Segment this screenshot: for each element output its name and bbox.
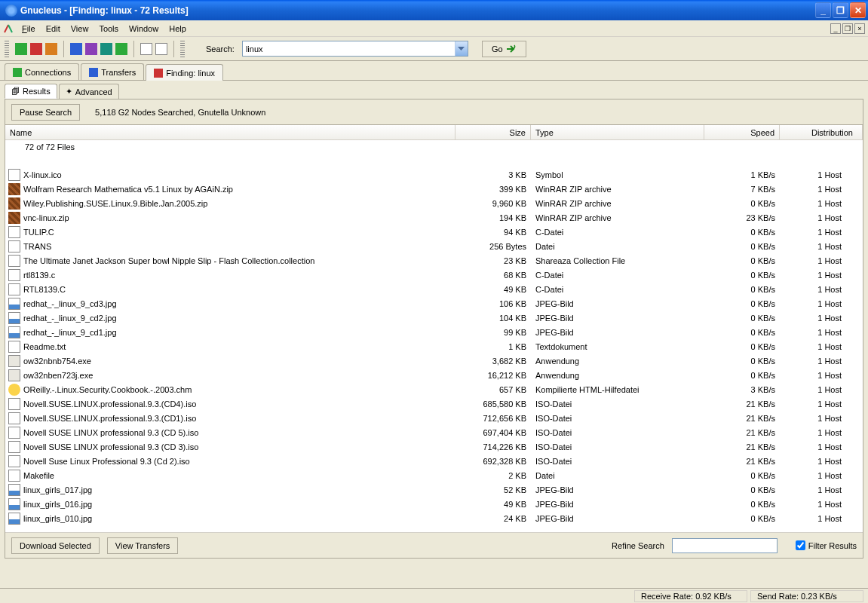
tab-finding[interactable]: Finding: linux bbox=[146, 64, 223, 81]
column-distribution[interactable]: Distribution bbox=[780, 125, 863, 139]
file-speed: 7 KB/s bbox=[704, 185, 780, 194]
advanced-icon: ✦ bbox=[66, 87, 72, 96]
file-name: Novell.SUSE.LINUX.professional.9.3.(CD1)… bbox=[23, 414, 455, 423]
menu-tools[interactable]: Tools bbox=[94, 23, 124, 35]
tab-finding-label: Finding: linux bbox=[166, 69, 215, 78]
file-row[interactable]: redhat_-_linux_9_cd1.jpg99 KBJPEG-Bild0 … bbox=[5, 325, 863, 339]
file-type: C-Datei bbox=[531, 285, 704, 294]
file-name: ow32nbnb754.exe bbox=[23, 357, 455, 366]
file-row[interactable]: redhat_-_linux_9_cd2.jpg104 KBJPEG-Bild0… bbox=[5, 311, 863, 325]
file-row[interactable]: ow32nbnb754.exe3,682 KBAnwendung0 KB/s1 … bbox=[5, 354, 863, 368]
column-type[interactable]: Type bbox=[531, 125, 704, 139]
toolbar-handle-2[interactable] bbox=[180, 41, 185, 57]
file-row[interactable]: Novell.SUSE.LINUX.professional.9.3.(CD4)… bbox=[5, 396, 863, 411]
search-input[interactable] bbox=[243, 41, 455, 56]
minimize-button[interactable]: _ bbox=[815, 2, 831, 18]
search-dropdown-button[interactable] bbox=[455, 41, 468, 56]
toolbar-icon-1[interactable] bbox=[15, 43, 27, 55]
menu-file[interactable]: File bbox=[17, 23, 41, 35]
file-row[interactable]: TULIP.C94 KBC-Datei0 KB/s1 Host bbox=[5, 225, 863, 239]
column-name[interactable]: Name bbox=[5, 125, 455, 139]
file-distribution: 1 Host bbox=[780, 213, 863, 222]
file-name: The Ultimate Janet Jackson Super bowl Ni… bbox=[23, 256, 455, 265]
results-icon: 🗐 bbox=[11, 87, 20, 96]
results-list[interactable]: Name Size Type Speed Distribution 72 of … bbox=[5, 125, 863, 532]
file-distribution: 1 Host bbox=[780, 170, 863, 179]
column-size[interactable]: Size bbox=[455, 125, 531, 139]
file-row[interactable]: Readme.txt1 KBTextdokument0 KB/s1 Host bbox=[5, 339, 863, 354]
close-button[interactable]: ✕ bbox=[850, 2, 866, 18]
file-row[interactable]: linux_girls_017.jpg52 KBJPEG-Bild0 KB/s1… bbox=[5, 482, 863, 497]
file-row[interactable]: vnc-linux.zip194 KBWinRAR ZIP archive23 … bbox=[5, 210, 863, 225]
file-row[interactable]: rtl8139.c68 KBC-Datei0 KB/s1 Host bbox=[5, 268, 863, 282]
pause-search-button[interactable]: Pause Search bbox=[11, 104, 80, 121]
view-transfers-button[interactable]: View Transfers bbox=[107, 537, 179, 554]
download-selected-button[interactable]: Download Selected bbox=[11, 537, 100, 554]
file-distribution: 1 Host bbox=[780, 228, 863, 237]
filter-results-input[interactable] bbox=[796, 540, 805, 550]
app-icon bbox=[5, 5, 17, 17]
toolbar-icon-2[interactable] bbox=[30, 43, 42, 55]
file-row[interactable]: Makefile2 KBDatei0 KB/s1 Host bbox=[5, 468, 863, 482]
go-button[interactable]: Go bbox=[482, 41, 526, 57]
menu-help[interactable]: Help bbox=[164, 23, 192, 35]
toolbar-handle[interactable] bbox=[5, 41, 9, 57]
toolbar-icon-7[interactable] bbox=[115, 43, 127, 55]
file-row[interactable]: The Ultimate Janet Jackson Super bowl Ni… bbox=[5, 253, 863, 268]
file-row[interactable]: linux_girls_016.jpg49 KBJPEG-Bild0 KB/s1… bbox=[5, 497, 863, 511]
toolbar-icon-8[interactable] bbox=[140, 43, 152, 55]
filter-results-checkbox[interactable]: Filter Results bbox=[796, 540, 857, 550]
tab-connections[interactable]: Connections bbox=[5, 63, 79, 80]
toolbar-separator bbox=[63, 41, 64, 57]
file-icon bbox=[8, 240, 20, 253]
file-name: Novell SUSE LINUX professional 9.3 (CD 5… bbox=[23, 428, 455, 437]
toolbar-icon-5[interactable] bbox=[85, 43, 97, 55]
file-row[interactable]: Novell Suse Linux Professional 9.3 (Cd 2… bbox=[5, 454, 863, 468]
mdi-restore-button[interactable]: ❐ bbox=[842, 23, 853, 34]
file-icon bbox=[8, 412, 20, 424]
file-row[interactable]: RTL8139.C49 KBC-Datei0 KB/s1 Host bbox=[5, 282, 863, 296]
file-row[interactable]: X-linux.ico3 KBSymbol1 KB/s1 Host bbox=[5, 167, 863, 182]
menu-view[interactable]: View bbox=[66, 23, 94, 35]
file-row[interactable]: linux_girls_010.jpg24 KBJPEG-Bild0 KB/s1… bbox=[5, 511, 863, 525]
svg-marker-2 bbox=[458, 47, 465, 51]
file-name: linux_girls_017.jpg bbox=[23, 485, 455, 494]
subtab-results[interactable]: 🗐 Results bbox=[5, 84, 57, 99]
window-title: Gnucleus - [Finding: linux - 72 Results] bbox=[20, 5, 815, 16]
file-row[interactable]: redhat_-_linux_9_cd3.jpg106 KBJPEG-Bild0… bbox=[5, 296, 863, 311]
mdi-minimize-button[interactable]: _ bbox=[830, 23, 841, 34]
file-distribution: 1 Host bbox=[780, 357, 863, 366]
file-icon bbox=[8, 212, 20, 224]
file-row[interactable]: Novell.SUSE.LINUX.professional.9.3.(CD1)… bbox=[5, 411, 863, 425]
file-speed: 0 KB/s bbox=[704, 199, 780, 208]
toolbar-icon-3[interactable] bbox=[45, 43, 57, 55]
tab-transfers[interactable]: Transfers bbox=[81, 63, 144, 80]
maximize-button[interactable]: ❐ bbox=[833, 2, 848, 18]
file-row[interactable]: TRANS256 BytesDatei0 KB/s1 Host bbox=[5, 239, 863, 253]
file-name: vnc-linux.zip bbox=[23, 213, 455, 222]
file-distribution: 1 Host bbox=[780, 428, 863, 437]
menu-window[interactable]: Window bbox=[124, 23, 164, 35]
search-combo[interactable] bbox=[242, 41, 468, 57]
toolbar-icon-4[interactable] bbox=[70, 43, 82, 55]
refine-search-input[interactable] bbox=[672, 538, 778, 553]
file-size: 399 KB bbox=[455, 185, 531, 194]
tab-connections-label: Connections bbox=[25, 68, 71, 77]
file-type: JPEG-Bild bbox=[531, 328, 704, 337]
file-row[interactable]: Novell SUSE LINUX professional 9.3 (CD 5… bbox=[5, 425, 863, 439]
subtab-advanced[interactable]: ✦ Advanced bbox=[59, 84, 119, 99]
file-row[interactable]: ow32nben723j.exe16,212 KBAnwendung0 KB/s… bbox=[5, 368, 863, 382]
menu-edit[interactable]: Edit bbox=[41, 23, 66, 35]
search-status: 5,118 G2 Nodes Searched, Gnutella Unknow… bbox=[95, 108, 265, 117]
file-row[interactable]: OReilly.-.Linux.Security.Cookbook.-.2003… bbox=[5, 382, 863, 396]
column-speed[interactable]: Speed bbox=[704, 125, 780, 139]
file-row[interactable]: Novell SUSE LINUX professional 9.3 (CD 3… bbox=[5, 439, 863, 454]
toolbar-icon-6[interactable] bbox=[100, 43, 112, 55]
file-icon bbox=[8, 283, 20, 295]
file-row[interactable]: Wolfram Research Mathematica v5.1 Linux … bbox=[5, 182, 863, 196]
file-name: TRANS bbox=[23, 242, 455, 251]
toolbar-icon-9[interactable] bbox=[155, 43, 167, 55]
file-row[interactable]: Wiley.Publishing.SUSE.Linux.9.Bible.Jan.… bbox=[5, 196, 863, 210]
file-type: WinRAR ZIP archive bbox=[531, 185, 704, 194]
mdi-close-button[interactable]: × bbox=[854, 23, 865, 34]
